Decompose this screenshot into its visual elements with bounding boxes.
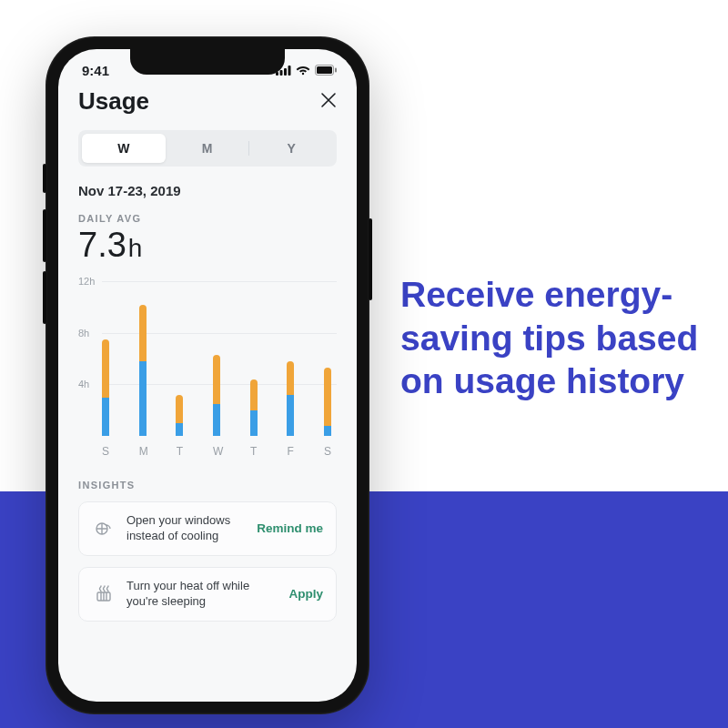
- remind-me-button[interactable]: Remind me: [257, 521, 323, 535]
- bar-s-6: [324, 368, 331, 436]
- x-tick: W: [213, 445, 220, 458]
- status-time: 9:41: [82, 63, 109, 78]
- daily-avg-unit: h: [128, 234, 143, 262]
- phone-screen: 9:41 Usage W: [58, 49, 357, 702]
- close-icon: [320, 92, 337, 108]
- page-title: Usage: [78, 87, 149, 116]
- window-icon: [92, 517, 116, 541]
- volume-up-button: [43, 209, 46, 262]
- bar-t-4: [250, 379, 258, 436]
- bar-f-5: [287, 361, 294, 436]
- x-tick: S: [102, 445, 109, 458]
- bar-segment-heating: [213, 355, 220, 404]
- bar-segment-cooling: [287, 395, 294, 436]
- svg-rect-1: [280, 70, 283, 76]
- bar-segment-cooling: [250, 410, 258, 436]
- insight-card: Turn your heat off while you're sleeping…: [78, 567, 337, 622]
- bar-w-3: [213, 355, 220, 436]
- insight-text: Open your windows instead of cooling: [126, 513, 246, 544]
- svg-rect-6: [335, 67, 337, 72]
- x-tick: M: [139, 445, 147, 458]
- bar-s-0: [102, 339, 109, 436]
- bar-segment-cooling: [139, 361, 147, 436]
- chart-bars: [102, 281, 331, 436]
- svg-rect-5: [317, 66, 332, 74]
- insight-text: Turn your heat off while you're sleeping: [126, 579, 278, 610]
- y-tick: 4h: [78, 379, 89, 389]
- bar-segment-heating: [250, 379, 258, 410]
- tab-week[interactable]: W: [82, 134, 166, 163]
- bar-segment-cooling: [324, 426, 331, 436]
- x-tick: S: [324, 445, 331, 458]
- tab-year[interactable]: Y: [249, 134, 333, 163]
- bar-t-2: [176, 395, 183, 436]
- wifi-icon: [296, 63, 310, 78]
- tab-month[interactable]: M: [166, 134, 249, 163]
- phone-notch: [130, 49, 285, 75]
- bar-segment-heating: [102, 339, 109, 398]
- promo-headline: Receive energy-saving tips based on usag…: [400, 273, 710, 403]
- side-button: [43, 164, 46, 193]
- bar-segment-heating: [287, 361, 294, 395]
- bar-segment-heating: [176, 395, 183, 423]
- bar-segment-heating: [139, 305, 147, 361]
- timeframe-segmented-control: W M Y: [78, 130, 337, 167]
- x-tick: T: [176, 445, 183, 458]
- x-tick: T: [250, 445, 258, 458]
- phone-frame: 9:41 Usage W: [46, 36, 369, 714]
- bar-segment-cooling: [176, 423, 183, 436]
- x-tick: F: [287, 445, 294, 458]
- close-button[interactable]: [320, 90, 337, 114]
- y-tick: 12h: [78, 276, 95, 287]
- usage-chart: 12h8h4h SMTWTFS: [78, 281, 337, 458]
- volume-down-button: [43, 271, 46, 324]
- insights-label: INSIGHTS: [78, 480, 337, 490]
- daily-avg-number: 7.3: [78, 226, 126, 264]
- daily-avg-value: 7.3h: [78, 226, 337, 265]
- bar-segment-cooling: [102, 398, 109, 437]
- daily-avg-label: DAILY AVG: [78, 213, 337, 224]
- power-button: [369, 218, 372, 300]
- battery-icon: [315, 63, 337, 78]
- insight-card: Open your windows instead of cooling Rem…: [78, 501, 337, 556]
- y-tick: 8h: [78, 328, 89, 339]
- apply-button[interactable]: Apply: [288, 587, 323, 601]
- svg-rect-3: [288, 66, 291, 76]
- heat-icon: [92, 582, 116, 606]
- status-icons: [276, 63, 337, 78]
- date-range: Nov 17-23, 2019: [78, 183, 337, 198]
- bar-segment-heating: [324, 368, 331, 426]
- bar-segment-cooling: [213, 404, 220, 436]
- svg-rect-2: [284, 68, 287, 76]
- bar-m-1: [139, 305, 147, 436]
